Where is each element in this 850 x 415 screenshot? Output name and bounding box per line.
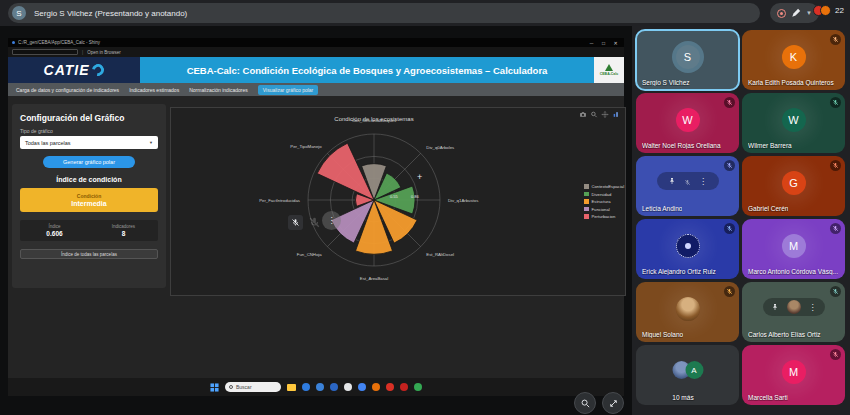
tab-3[interactable]: Visualizar gráfico polar xyxy=(258,85,319,95)
overflow-avatars: A xyxy=(672,361,703,379)
participant-name: Karla Edith Posada Quinteros xyxy=(748,79,834,86)
pin-icon[interactable] xyxy=(771,303,779,311)
ceba-calc-badge-text: CEBA-Calc xyxy=(600,72,618,76)
radial-tick: 0.86 xyxy=(411,194,420,199)
participant-tile[interactable]: K Karla Edith Posada Quinteros xyxy=(742,30,845,90)
more-options-overlay-icon[interactable]: ⋮ xyxy=(322,211,341,230)
plot-scope-select[interactable]: Todas las parcelas ▼ xyxy=(20,136,158,149)
maximize-button[interactable]: □ xyxy=(599,40,608,46)
muted-badge xyxy=(830,160,841,171)
avatar-emblem xyxy=(676,234,700,258)
participant-tile[interactable]: Erick Alejandro Ortiz Ruiz xyxy=(636,219,739,279)
axis-label-Per_TipoManejo: Per_TipoManejo xyxy=(290,144,322,149)
generate-polar-chart-button[interactable]: Generar gráfico polar xyxy=(43,156,135,168)
pin-icon[interactable] xyxy=(668,177,676,185)
muted-badge xyxy=(830,97,841,108)
expand-button[interactable] xyxy=(602,392,624,414)
all-plots-index-button[interactable]: Índice de todas las parcelas xyxy=(20,249,158,259)
participant-tile[interactable]: ⋮ Leticia Andino xyxy=(636,156,739,216)
open-in-browser-link[interactable]: Open in Browser xyxy=(87,50,121,55)
taskbar-app-icon[interactable] xyxy=(414,383,422,391)
participant-tile[interactable]: M Marcella Sarti xyxy=(742,345,845,405)
config-panel-title: Configuración del Gráfico xyxy=(20,113,158,123)
participant-name: Marcella Sarti xyxy=(748,394,788,401)
close-button[interactable]: ✕ xyxy=(611,40,620,46)
mic-off-icon xyxy=(684,179,691,186)
app-title: CEBA-Calc: Condición Ecológica de Bosque… xyxy=(187,65,548,76)
avatar: K xyxy=(782,45,806,69)
participant-tile[interactable]: S Sergio S Vilchez xyxy=(636,30,739,90)
condition-index-heading: Índice de condición xyxy=(12,176,166,183)
presenter-avatar: S xyxy=(12,6,26,20)
legend-label: Funcional xyxy=(592,207,610,212)
more-options-icon[interactable]: ⋮ xyxy=(699,177,707,186)
annotate-pen-icon[interactable] xyxy=(791,8,801,18)
axis-label-Con_CercaniaBosques: Con_CercaniaBosques xyxy=(352,118,396,123)
record-icon[interactable] xyxy=(777,9,786,18)
shared-desktop: C:/R_gen/CEBA/App/CEBA_Calc - Shiny ─ □ … xyxy=(8,38,624,396)
taskbar-app-icon[interactable] xyxy=(358,383,366,391)
participant-name: Miguel Solano xyxy=(642,331,683,338)
address-box[interactable] xyxy=(12,49,78,55)
participant-tile[interactable]: M Marco Antonio Córdova Vásq... xyxy=(742,219,845,279)
participant-tile[interactable]: ⋮ Carlos Alberto Elías Ortiz xyxy=(742,282,845,342)
tab-2[interactable]: Normalización indicadores xyxy=(189,87,248,93)
polar-chart-panel: Condición de los ecosistemas Con_Cercani… xyxy=(170,107,626,296)
catie-logo-text: CATIE xyxy=(44,62,90,78)
mic-off-icon xyxy=(726,162,733,169)
participant-name: Gabriel Cerén xyxy=(748,205,788,212)
taskbar-app-icon[interactable] xyxy=(344,383,352,391)
legend-label: ContextoEspacial xyxy=(592,184,625,189)
participant-name: Erick Alejandro Ortiz Ruiz xyxy=(642,268,716,275)
more-options-icon[interactable]: ⋮ xyxy=(809,303,817,312)
taskbar-app-icon[interactable] xyxy=(330,383,338,391)
participant-tile[interactable]: A 10 más xyxy=(636,345,739,405)
zoom-in-button[interactable] xyxy=(574,392,596,414)
avatar: G xyxy=(782,171,806,195)
taskbar-app-icon[interactable] xyxy=(302,383,310,391)
legend-item[interactable]: Estructura xyxy=(584,199,624,204)
mic-off-icon xyxy=(832,225,839,232)
start-button[interactable] xyxy=(210,383,219,392)
taskbar-app-icon[interactable] xyxy=(372,383,380,391)
participant-tile[interactable]: W Walter Noel Rojas Orellana xyxy=(636,93,739,153)
taskbar-app-icon[interactable] xyxy=(400,383,408,391)
axis-label-Per_FactIntroducidas: Per_FactIntroducidas xyxy=(259,198,300,203)
taskbar-app-icon[interactable] xyxy=(316,383,324,391)
legend-swatch xyxy=(584,192,589,197)
axis-label-Est_AreaBasal: Est_AreaBasal xyxy=(360,276,388,281)
muted-mic-cursor-icon xyxy=(288,215,303,230)
radial-tick: 0.55 xyxy=(390,194,399,199)
participant-avatar-stack[interactable]: 22 xyxy=(813,5,844,16)
legend-item[interactable]: Diversidad xyxy=(584,192,624,197)
legend-item[interactable]: Funcional xyxy=(584,207,624,212)
file-explorer-icon[interactable] xyxy=(287,384,296,391)
legend-item[interactable]: Perturbacion xyxy=(584,214,624,219)
chevron-down-icon[interactable]: ▼ xyxy=(806,10,812,16)
participant-tile[interactable]: Miguel Solano xyxy=(636,282,739,342)
taskbar-app-icons xyxy=(302,383,422,391)
tree-icon xyxy=(605,64,613,71)
participant-name: Wilmer Barrera xyxy=(748,142,792,149)
participant-tile[interactable]: W Wilmer Barrera xyxy=(742,93,845,153)
participant-tile[interactable]: G Gabriel Cerén xyxy=(742,156,845,216)
tile-controls: ⋮ xyxy=(657,172,719,190)
taskbar-search[interactable]: Buscar xyxy=(225,382,281,392)
stat-label: Índice xyxy=(48,224,60,229)
windows-taskbar: Buscar xyxy=(8,378,624,396)
muted-badge xyxy=(724,160,735,171)
presenter-pill: S Sergio S Vilchez (Presentando y anotan… xyxy=(8,3,760,23)
taskbar-app-icon[interactable] xyxy=(386,383,394,391)
meet-share-controls xyxy=(574,392,624,414)
chart-legend: ContextoEspacial Diversidad Estructura F… xyxy=(584,184,624,219)
legend-item[interactable]: ContextoEspacial xyxy=(584,184,624,189)
tab-1[interactable]: Indicadores estimados xyxy=(129,87,179,93)
participant-name: Marco Antonio Córdova Vásq... xyxy=(748,268,838,275)
plot-scope-value: Todas las parcelas xyxy=(25,140,71,146)
legend-swatch xyxy=(584,199,589,204)
condition-value: Intermedia xyxy=(71,200,106,207)
minimize-button[interactable]: ─ xyxy=(587,40,596,46)
tab-0[interactable]: Carga de datos y configuración de indica… xyxy=(16,87,119,93)
axis-label-Div_q0Arboles: Div_q0Arboles xyxy=(426,145,454,150)
muted-badge xyxy=(830,349,841,360)
